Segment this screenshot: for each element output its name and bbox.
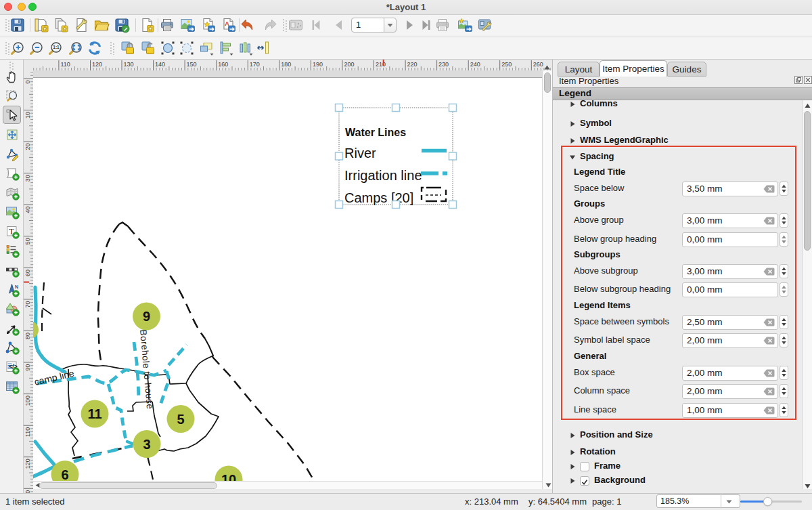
svg-text:220: 220 <box>407 61 418 68</box>
svg-text:6: 6 <box>61 467 68 482</box>
svg-text:60: 60 <box>24 270 31 276</box>
svg-text:90: 90 <box>24 364 31 371</box>
svg-text:40: 40 <box>24 207 31 213</box>
svg-text:0: 0 <box>24 81 31 84</box>
svg-text:5: 5 <box>177 412 184 427</box>
svg-text:80: 80 <box>24 333 31 339</box>
svg-text:200: 200 <box>344 61 354 68</box>
svg-text:190: 190 <box>313 61 323 68</box>
svg-text:250: 250 <box>501 61 512 68</box>
svg-text:120: 120 <box>92 61 102 68</box>
svg-text:10: 10 <box>24 112 31 119</box>
svg-text:160: 160 <box>218 61 228 68</box>
svg-text:20: 20 <box>24 144 31 150</box>
svg-text:Borehole to house: Borehole to house <box>138 329 155 410</box>
svg-text:River: River <box>344 146 376 161</box>
svg-text:210: 210 <box>376 61 386 68</box>
svg-text:11: 11 <box>87 406 102 421</box>
svg-text:30: 30 <box>24 175 31 182</box>
svg-text:Camps [20]: Camps [20] <box>344 190 413 205</box>
svg-text:180: 180 <box>281 61 291 68</box>
svg-text:120: 120 <box>24 459 31 469</box>
svg-text:150: 150 <box>187 61 197 68</box>
svg-text:3: 3 <box>143 437 150 452</box>
svg-text:110: 110 <box>60 61 70 68</box>
svg-text:130: 130 <box>124 61 134 68</box>
svg-text:230: 230 <box>438 61 449 68</box>
svg-text:260: 260 <box>533 61 543 68</box>
svg-text:110: 110 <box>24 427 31 437</box>
svg-text:N: N <box>15 284 18 289</box>
svg-text:70: 70 <box>24 301 31 307</box>
svg-text:100: 100 <box>24 396 31 406</box>
svg-text:Irrigation line: Irrigation line <box>344 168 422 183</box>
svg-text:140: 140 <box>155 61 165 68</box>
svg-text:170: 170 <box>250 61 260 68</box>
svg-text:240: 240 <box>470 61 480 68</box>
svg-text:Water Lines: Water Lines <box>345 127 406 138</box>
svg-text:10: 10 <box>221 472 236 481</box>
svg-text:9: 9 <box>143 309 150 324</box>
svg-text:1:1: 1:1 <box>53 45 60 49</box>
svg-text:50: 50 <box>24 238 31 245</box>
